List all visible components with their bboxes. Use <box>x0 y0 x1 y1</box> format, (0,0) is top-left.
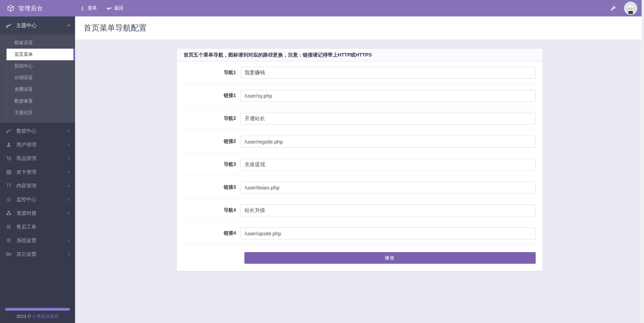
link1-input[interactable] <box>240 90 536 102</box>
submenu-item-moments-settings[interactable]: 发圈设置 <box>0 84 75 95</box>
gear-icon: ⚙ <box>5 237 12 244</box>
cube-icon <box>7 4 14 12</box>
nav2-input[interactable] <box>240 113 536 125</box>
topbar: 管理后台 ⋮ 菜单 ↩ 返回 <box>0 0 644 16</box>
chevron-left-icon: ‹ <box>68 210 70 216</box>
sidebar-item-label: 其它设置 <box>16 251 36 258</box>
cart-icon <box>5 156 12 161</box>
chart-line-icon <box>5 128 12 134</box>
sidebar-item-aftersale-tickets[interactable]: ⊞ 售后工单 <box>0 220 75 234</box>
back-arrow-icon: ↩ <box>107 5 111 11</box>
sidebar-item-label: 内容管理 <box>16 183 36 189</box>
sidebar-item-label: 售后工单 <box>16 224 36 230</box>
back-link-label: 返回 <box>114 5 123 11</box>
nav3-label: 导航3 <box>184 161 240 167</box>
form-row-link4: 链接4 <box>184 222 536 245</box>
chevron-left-icon: ‹ <box>68 142 70 147</box>
link2-label: 链接2 <box>184 138 240 145</box>
chevron-left-icon: ‹ <box>68 128 70 134</box>
form-row-link1: 链接1 <box>184 84 536 107</box>
link3-input[interactable] <box>240 182 536 194</box>
sidebar-item-theme-center[interactable]: 主题中心 ‹ <box>0 16 75 34</box>
title-bar: 首页菜单导航配置 <box>75 16 644 39</box>
nav-config-panel: 首页五个菜单导航，图标请到对应的路径更换，注意：链接请记得带上HTTP或HTTP… <box>177 48 543 271</box>
chart-line-icon <box>5 23 12 28</box>
back-link[interactable]: ↩ 返回 <box>107 5 123 11</box>
brand-title: 管理后台 <box>19 4 43 12</box>
form-row-nav2: 导航2 <box>184 107 536 130</box>
sidebar-item-data-center[interactable]: 数据中心 ‹ <box>0 124 75 138</box>
submenu-item-submission-center[interactable]: 投稿中心 <box>0 60 75 72</box>
link1-label: 链接1 <box>184 92 240 99</box>
sidebar-item-label: 发卡管理 <box>16 169 36 175</box>
submenu-item-distribution-settings[interactable]: 分销设置 <box>0 72 75 84</box>
grid-icon <box>5 170 12 175</box>
form-row-nav4: 导航4 <box>184 199 536 222</box>
wrench-icon[interactable] <box>610 5 616 11</box>
sidebar-item-resource-docking[interactable]: 资源对接 ‹ <box>0 206 75 220</box>
plus-square-icon: ⊞ <box>5 224 12 230</box>
submit-button[interactable]: 修改 <box>244 252 536 264</box>
content-area: 首页五个菜单导航，图标请到对应的路径更换，注意：链接请记得带上HTTP或HTTP… <box>75 39 644 323</box>
nav4-label: 导航4 <box>184 207 240 213</box>
page-title: 首页菜单导航配置 <box>84 23 147 33</box>
sidebar-item-other-settings[interactable]: ⚙⚙ 其它设置 ‹ <box>0 247 75 261</box>
link4-label: 链接4 <box>184 230 240 236</box>
app-logo[interactable]: 管理后台 <box>0 4 75 12</box>
chevron-down-icon: ‹ <box>65 24 72 26</box>
sidebar-item-user-management[interactable]: 用户管理 ‹ <box>0 138 75 151</box>
menu-toggle-label: 菜单 <box>87 5 97 11</box>
copyright: 2023 © 小哥副业项目 <box>0 313 75 320</box>
topbar-right <box>610 2 644 15</box>
link2-input[interactable] <box>240 136 536 148</box>
text-tool-icon: TI <box>5 183 12 188</box>
submenu-item-home-menu[interactable]: 首页菜单 <box>7 49 75 60</box>
submenu-item-theme-community[interactable]: 主题社区 <box>0 107 75 119</box>
panel-body: 导航1 链接1 导航2 链接2 <box>177 61 543 271</box>
main-area: 首页菜单导航配置 首页五个菜单导航，图标请到对应的路径更换，注意：链接请记得带上… <box>75 16 644 323</box>
sidebar-nav-list: 数据中心 ‹ 用户管理 ‹ <box>0 123 75 261</box>
submenu-item-data-repair[interactable]: 数据修复 <box>0 95 75 107</box>
menu-toggle[interactable]: ⋮ 菜单 <box>80 5 97 11</box>
nav4-input[interactable] <box>240 204 536 216</box>
panel-header: 首页五个菜单导航，图标请到对应的路径更换，注意：链接请记得带上HTTP或HTTP… <box>177 49 543 61</box>
copyright-year: 2023 © <box>16 314 32 319</box>
nav1-label: 导航1 <box>184 70 240 76</box>
user-avatar[interactable] <box>624 2 637 15</box>
link4-input[interactable] <box>240 227 536 239</box>
vertical-dots-icon: ⋮ <box>80 6 85 11</box>
nav1-input[interactable] <box>240 67 536 79</box>
chevron-left-icon: ‹ <box>68 169 70 175</box>
form-row-nav3: 导航3 <box>184 153 536 176</box>
chevron-left-icon: ‹ <box>68 251 70 257</box>
topbar-nav: ⋮ 菜单 ↩ 返回 <box>80 5 123 11</box>
sidebar-item-content-management[interactable]: TI 内容管理 ‹ <box>0 179 75 192</box>
chevron-left-icon: ‹ <box>68 197 70 202</box>
sidebar-item-label: 主题中心 <box>16 22 37 29</box>
form-row-link3: 链接3 <box>184 176 536 199</box>
sidebar: 主题中心 ‹ 模板设置 首页菜单 投稿中心 分销设置 发圈设置 数据修复 主题社… <box>0 16 75 323</box>
sidebar-item-label: 数据中心 <box>16 128 36 134</box>
form-row-link2: 链接2 <box>184 130 536 153</box>
sidebar-item-product-management[interactable]: 商品管理 ‹ <box>0 151 75 165</box>
chevron-left-icon: ‹ <box>68 183 70 188</box>
chevron-left-icon: ‹ <box>68 156 70 161</box>
copyright-brand-link[interactable]: 小哥副业项目 <box>32 314 59 319</box>
sidebar-item-label: 资源对接 <box>16 210 36 216</box>
nav3-input[interactable] <box>240 159 536 171</box>
form-row-nav1: 导航1 <box>184 61 536 84</box>
target-icon: ◎ <box>5 196 12 202</box>
theme-submenu: 模板设置 首页菜单 投稿中心 分销设置 发圈设置 数据修复 主题社区 <box>0 34 75 123</box>
gears-icon: ⚙⚙ <box>5 251 12 257</box>
sidebar-item-label: 用户管理 <box>16 141 36 148</box>
window-scrollbar[interactable] <box>642 0 644 323</box>
nav2-label: 导航2 <box>184 115 240 122</box>
sidebar-item-monitor-center[interactable]: ◎ 监控中心 ‹ <box>0 192 75 206</box>
sidebar-item-system-settings[interactable]: ⚙ 系统设置 ‹ <box>0 234 75 247</box>
cubes-icon <box>5 210 12 216</box>
sidebar-item-label: 系统设置 <box>16 237 36 244</box>
form-row-submit: 修改 <box>184 245 536 271</box>
sidebar-scroll-bar[interactable] <box>5 308 70 311</box>
sidebar-item-card-management[interactable]: 发卡管理 ‹ <box>0 165 75 179</box>
submenu-item-template-settings[interactable]: 模板设置 <box>0 37 75 49</box>
